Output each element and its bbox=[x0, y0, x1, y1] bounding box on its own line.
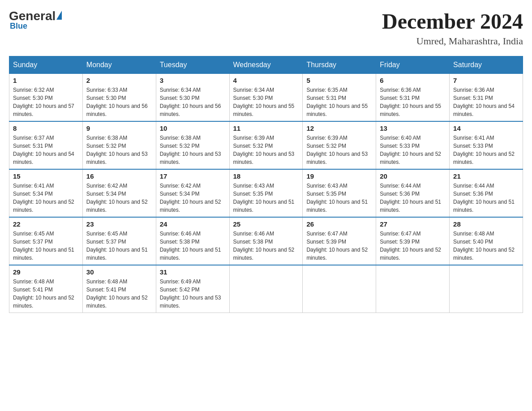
day-info: Sunrise: 6:44 AMSunset: 5:36 PMDaylight:… bbox=[453, 182, 519, 214]
day-cell: 27 Sunrise: 6:47 AMSunset: 5:39 PMDaylig… bbox=[376, 217, 450, 265]
day-number: 3 bbox=[160, 77, 226, 84]
day-cell: 17 Sunrise: 6:42 AMSunset: 5:34 PMDaylig… bbox=[156, 169, 229, 217]
day-info: Sunrise: 6:35 AMSunset: 5:31 PMDaylight:… bbox=[306, 86, 372, 118]
day-cell: 12 Sunrise: 6:39 AMSunset: 5:32 PMDaylig… bbox=[303, 121, 376, 169]
day-number: 17 bbox=[160, 172, 226, 180]
day-number: 4 bbox=[233, 77, 299, 84]
day-info: Sunrise: 6:32 AMSunset: 5:30 PMDaylight:… bbox=[13, 86, 79, 118]
day-cell: 21 Sunrise: 6:44 AMSunset: 5:36 PMDaylig… bbox=[450, 169, 523, 217]
day-number: 22 bbox=[13, 220, 79, 228]
day-cell: 14 Sunrise: 6:41 AMSunset: 5:33 PMDaylig… bbox=[450, 121, 523, 169]
day-info: Sunrise: 6:36 AMSunset: 5:31 PMDaylight:… bbox=[453, 86, 519, 118]
day-cell: 3 Sunrise: 6:34 AMSunset: 5:30 PMDayligh… bbox=[156, 74, 229, 122]
day-info: Sunrise: 6:49 AMSunset: 5:42 PMDaylight:… bbox=[160, 278, 226, 310]
day-info: Sunrise: 6:45 AMSunset: 5:37 PMDaylight:… bbox=[13, 230, 79, 262]
day-number: 23 bbox=[86, 220, 152, 228]
day-cell: 5 Sunrise: 6:35 AMSunset: 5:31 PMDayligh… bbox=[303, 74, 376, 122]
day-info: Sunrise: 6:46 AMSunset: 5:38 PMDaylight:… bbox=[233, 230, 299, 262]
calendar-table: SundayMondayTuesdayWednesdayThursdayFrid… bbox=[9, 56, 523, 313]
day-cell: 9 Sunrise: 6:38 AMSunset: 5:32 PMDayligh… bbox=[82, 121, 156, 169]
day-info: Sunrise: 6:46 AMSunset: 5:38 PMDaylight:… bbox=[160, 230, 226, 262]
col-header-thursday: Thursday bbox=[303, 56, 376, 74]
week-row-2: 8 Sunrise: 6:37 AMSunset: 5:31 PMDayligh… bbox=[9, 121, 523, 169]
day-info: Sunrise: 6:33 AMSunset: 5:30 PMDaylight:… bbox=[86, 86, 152, 118]
day-number: 16 bbox=[86, 172, 152, 180]
day-cell: 19 Sunrise: 6:43 AMSunset: 5:35 PMDaylig… bbox=[303, 169, 376, 217]
day-cell: 6 Sunrise: 6:36 AMSunset: 5:31 PMDayligh… bbox=[376, 74, 450, 122]
day-cell: 8 Sunrise: 6:37 AMSunset: 5:31 PMDayligh… bbox=[9, 121, 83, 169]
day-info: Sunrise: 6:42 AMSunset: 5:34 PMDaylight:… bbox=[86, 182, 152, 214]
week-row-3: 15 Sunrise: 6:41 AMSunset: 5:34 PMDaylig… bbox=[9, 169, 523, 217]
day-cell: 24 Sunrise: 6:46 AMSunset: 5:38 PMDaylig… bbox=[156, 217, 229, 265]
day-number: 8 bbox=[13, 124, 79, 132]
day-number: 6 bbox=[380, 77, 446, 84]
day-cell: 11 Sunrise: 6:39 AMSunset: 5:32 PMDaylig… bbox=[229, 121, 303, 169]
day-number: 24 bbox=[160, 220, 226, 228]
day-number: 2 bbox=[86, 77, 152, 84]
day-info: Sunrise: 6:39 AMSunset: 5:32 PMDaylight:… bbox=[306, 134, 372, 166]
day-number: 20 bbox=[380, 172, 446, 180]
day-cell: 13 Sunrise: 6:40 AMSunset: 5:33 PMDaylig… bbox=[376, 121, 450, 169]
day-number: 1 bbox=[13, 77, 79, 84]
day-cell: 18 Sunrise: 6:43 AMSunset: 5:35 PMDaylig… bbox=[229, 169, 303, 217]
day-number: 5 bbox=[306, 77, 372, 84]
day-cell: 30 Sunrise: 6:48 AMSunset: 5:41 PMDaylig… bbox=[82, 265, 156, 313]
day-number: 27 bbox=[380, 220, 446, 228]
day-info: Sunrise: 6:41 AMSunset: 5:34 PMDaylight:… bbox=[13, 182, 79, 214]
logo-triangle-icon bbox=[56, 11, 62, 20]
day-cell: 23 Sunrise: 6:45 AMSunset: 5:37 PMDaylig… bbox=[82, 217, 156, 265]
day-info: Sunrise: 6:43 AMSunset: 5:35 PMDaylight:… bbox=[306, 182, 372, 214]
day-number: 9 bbox=[86, 124, 152, 132]
week-row-4: 22 Sunrise: 6:45 AMSunset: 5:37 PMDaylig… bbox=[9, 217, 523, 265]
day-number: 14 bbox=[453, 124, 519, 132]
day-info: Sunrise: 6:38 AMSunset: 5:32 PMDaylight:… bbox=[86, 134, 152, 166]
day-number: 15 bbox=[13, 172, 79, 180]
day-cell: 10 Sunrise: 6:38 AMSunset: 5:32 PMDaylig… bbox=[156, 121, 229, 169]
col-header-sunday: Sunday bbox=[9, 56, 83, 74]
header: General Blue December 2024 Umred, Mahara… bbox=[9, 9, 523, 47]
day-number: 25 bbox=[233, 220, 299, 228]
day-number: 26 bbox=[306, 220, 372, 228]
day-info: Sunrise: 6:34 AMSunset: 5:30 PMDaylight:… bbox=[233, 86, 299, 118]
day-number: 10 bbox=[160, 124, 226, 132]
col-header-wednesday: Wednesday bbox=[229, 56, 303, 74]
week-row-5: 29 Sunrise: 6:48 AMSunset: 5:41 PMDaylig… bbox=[9, 265, 523, 313]
day-number: 21 bbox=[453, 172, 519, 180]
day-number: 11 bbox=[233, 124, 299, 132]
col-header-tuesday: Tuesday bbox=[156, 56, 229, 74]
day-cell: 16 Sunrise: 6:42 AMSunset: 5:34 PMDaylig… bbox=[82, 169, 156, 217]
col-header-saturday: Saturday bbox=[450, 56, 523, 74]
calendar-subtitle: Umred, Maharashtra, India bbox=[382, 35, 523, 47]
day-number: 18 bbox=[233, 172, 299, 180]
header-row: SundayMondayTuesdayWednesdayThursdayFrid… bbox=[9, 56, 523, 74]
col-header-friday: Friday bbox=[376, 56, 450, 74]
day-info: Sunrise: 6:36 AMSunset: 5:31 PMDaylight:… bbox=[380, 86, 446, 118]
day-cell: 25 Sunrise: 6:46 AMSunset: 5:38 PMDaylig… bbox=[229, 217, 303, 265]
day-info: Sunrise: 6:34 AMSunset: 5:30 PMDaylight:… bbox=[160, 86, 226, 118]
day-cell bbox=[376, 265, 450, 313]
day-number: 29 bbox=[13, 268, 79, 276]
day-cell: 26 Sunrise: 6:47 AMSunset: 5:39 PMDaylig… bbox=[303, 217, 376, 265]
title-area: December 2024 Umred, Maharashtra, India bbox=[382, 9, 523, 47]
day-cell: 29 Sunrise: 6:48 AMSunset: 5:41 PMDaylig… bbox=[9, 265, 83, 313]
day-cell: 31 Sunrise: 6:49 AMSunset: 5:42 PMDaylig… bbox=[156, 265, 229, 313]
day-cell: 20 Sunrise: 6:44 AMSunset: 5:36 PMDaylig… bbox=[376, 169, 450, 217]
day-info: Sunrise: 6:39 AMSunset: 5:32 PMDaylight:… bbox=[233, 134, 299, 166]
day-info: Sunrise: 6:38 AMSunset: 5:32 PMDaylight:… bbox=[160, 134, 226, 166]
day-cell: 28 Sunrise: 6:48 AMSunset: 5:40 PMDaylig… bbox=[450, 217, 523, 265]
day-number: 12 bbox=[306, 124, 372, 132]
logo-blue: Blue bbox=[10, 21, 27, 31]
day-info: Sunrise: 6:42 AMSunset: 5:34 PMDaylight:… bbox=[160, 182, 226, 214]
day-info: Sunrise: 6:37 AMSunset: 5:31 PMDaylight:… bbox=[13, 134, 79, 166]
day-cell bbox=[229, 265, 303, 313]
logo: General Blue bbox=[9, 9, 63, 31]
day-info: Sunrise: 6:47 AMSunset: 5:39 PMDaylight:… bbox=[306, 230, 372, 262]
day-number: 30 bbox=[86, 268, 152, 276]
day-info: Sunrise: 6:48 AMSunset: 5:40 PMDaylight:… bbox=[453, 230, 519, 262]
day-info: Sunrise: 6:44 AMSunset: 5:36 PMDaylight:… bbox=[380, 182, 446, 214]
week-row-1: 1 Sunrise: 6:32 AMSunset: 5:30 PMDayligh… bbox=[9, 74, 523, 122]
day-number: 31 bbox=[160, 268, 226, 276]
day-number: 28 bbox=[453, 220, 519, 228]
day-cell bbox=[450, 265, 523, 313]
day-cell: 2 Sunrise: 6:33 AMSunset: 5:30 PMDayligh… bbox=[82, 74, 156, 122]
